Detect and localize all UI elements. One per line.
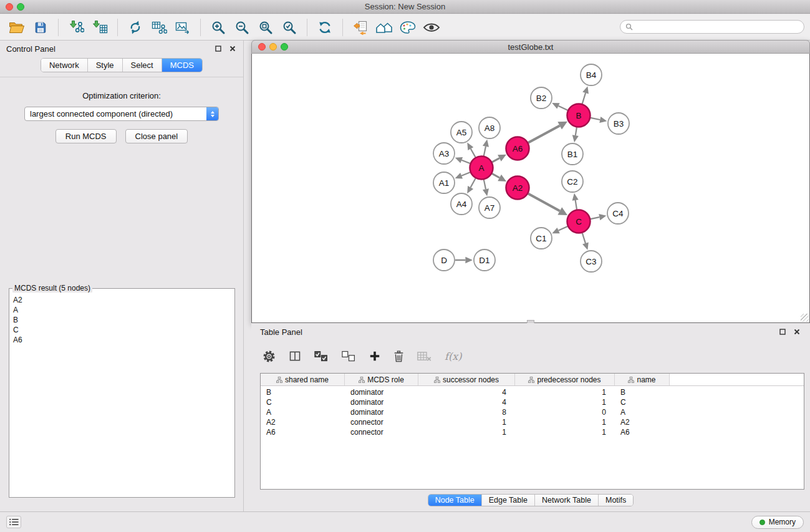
close-window-button[interactable] <box>6 3 13 11</box>
tab-node-table[interactable]: Node Table <box>428 495 482 506</box>
graph-edge-A-A7[interactable] <box>484 180 486 189</box>
table-cell[interactable]: 1 <box>515 428 615 437</box>
graph-node-A7[interactable]: A7 <box>479 197 500 218</box>
select-all-button[interactable] <box>314 351 329 362</box>
table-row[interactable]: Cdominator41C <box>261 397 804 407</box>
graph-node-A1[interactable]: A1 <box>433 172 455 193</box>
mcds-result-item[interactable]: A6 <box>13 335 231 345</box>
graph-node-A6[interactable]: A6 <box>506 137 529 160</box>
optimization-criterion-select[interactable]: largest connected component (directed) <box>24 107 219 121</box>
tab-edge-table[interactable]: Edge Table <box>482 495 535 506</box>
minimize-network-window-button[interactable] <box>269 43 277 51</box>
graph-node-B2[interactable]: B2 <box>531 87 552 109</box>
graph-node-B3[interactable]: B3 <box>608 113 629 134</box>
table-cell[interactable]: 0 <box>515 408 615 417</box>
table-cell[interactable]: 4 <box>418 398 515 407</box>
graph-edge-B-B2[interactable] <box>558 106 567 110</box>
float-table-panel-button[interactable] <box>778 327 787 336</box>
column-header-predecessor-nodes[interactable]: predecessor nodes <box>515 374 615 385</box>
mcds-result-item[interactable]: A2 <box>13 295 231 305</box>
float-panel-button[interactable] <box>214 44 223 53</box>
column-header-shared-name[interactable]: shared name <box>261 374 345 385</box>
table-cell[interactable]: B <box>615 388 670 397</box>
column-header-MCDS-role[interactable]: MCDS role <box>345 374 418 385</box>
column-header-successor-nodes[interactable]: successor nodes <box>418 374 515 385</box>
graph-node-C[interactable]: C <box>567 210 591 233</box>
table-cell[interactable]: A <box>615 408 670 417</box>
zoom-selected-button[interactable] <box>277 17 301 38</box>
show-hide-button[interactable] <box>420 17 443 38</box>
table-cell[interactable]: connector <box>345 418 418 427</box>
graph-edge-B-B4[interactable] <box>582 93 586 104</box>
graph-edge-A-A4[interactable] <box>471 178 476 187</box>
show-columns-button[interactable] <box>289 350 301 362</box>
zoom-network-window-button[interactable] <box>281 43 288 51</box>
graph-node-C1[interactable]: C1 <box>531 228 552 249</box>
tab-network[interactable]: Network <box>41 59 88 72</box>
table-cell[interactable]: 1 <box>418 428 515 437</box>
table-cell[interactable]: dominator <box>345 388 418 397</box>
table-row[interactable]: Adominator80A <box>261 407 804 417</box>
zoom-window-button[interactable] <box>17 3 24 11</box>
session-document-button[interactable] <box>349 17 372 38</box>
memory-button[interactable]: Memory <box>751 516 804 529</box>
network-window-titlebar[interactable]: testGlobe.txt <box>251 40 810 54</box>
table-cell[interactable]: A6 <box>261 428 345 437</box>
network-canvas[interactable]: AA1A2A3A4A5A6A7A8BB1B2B3B4CC1C2C3C4DD1 <box>251 54 810 323</box>
search-input[interactable] <box>635 21 804 32</box>
graph-edge-A-A6[interactable] <box>492 158 499 162</box>
graph-node-B[interactable]: B <box>567 104 591 127</box>
reload-network-button[interactable] <box>123 17 147 38</box>
export-image-button[interactable] <box>171 17 195 38</box>
function-builder-button[interactable]: f(x) <box>445 351 461 362</box>
table-cell[interactable]: connector <box>345 428 418 437</box>
import-network-button[interactable] <box>64 17 88 38</box>
home-button[interactable] <box>372 17 396 38</box>
graph-node-A2[interactable]: A2 <box>506 177 529 200</box>
graph-node-D1[interactable]: D1 <box>474 249 495 271</box>
graph-edge-A-A1[interactable] <box>461 172 470 176</box>
close-network-window-button[interactable] <box>258 43 266 51</box>
close-panel-button[interactable]: Close panel <box>125 129 188 143</box>
graph-edge-C-C4[interactable] <box>591 217 599 219</box>
graph-node-D[interactable]: D <box>433 249 455 271</box>
graph-node-B1[interactable]: B1 <box>562 143 583 165</box>
graph-node-A[interactable]: A <box>470 157 493 180</box>
import-table-button[interactable] <box>88 17 112 38</box>
table-cell[interactable]: 4 <box>418 388 515 397</box>
table-row[interactable]: Bdominator41B <box>261 387 804 397</box>
graph-edge-A-A3[interactable] <box>461 160 470 163</box>
graph-node-C3[interactable]: C3 <box>581 251 602 272</box>
task-history-button[interactable] <box>6 516 21 528</box>
delete-table-button[interactable] <box>417 351 432 362</box>
graph-node-B4[interactable]: B4 <box>581 64 602 85</box>
graph-edge-A2-C[interactable] <box>528 193 560 211</box>
table-cell[interactable]: C <box>261 398 345 407</box>
graph-edge-A-A8[interactable] <box>484 147 486 156</box>
delete-row-button[interactable] <box>393 350 404 363</box>
refresh-view-button[interactable] <box>313 17 337 38</box>
graph-node-C2[interactable]: C2 <box>562 171 583 192</box>
table-cell[interactable]: A <box>261 408 345 417</box>
graph-edge-B-B3[interactable] <box>591 118 600 120</box>
graph-edge-A-A2[interactable] <box>492 173 499 178</box>
table-cell[interactable]: 1 <box>515 388 615 397</box>
table-cell[interactable]: B <box>261 388 345 397</box>
table-cell[interactable]: A6 <box>615 428 670 437</box>
mcds-result-item[interactable]: B <box>13 315 231 325</box>
zoom-in-button[interactable] <box>206 17 230 38</box>
table-cell[interactable]: 8 <box>418 408 515 417</box>
table-settings-button[interactable] <box>263 350 276 363</box>
mcds-result-item[interactable]: C <box>13 325 231 335</box>
close-control-panel-button[interactable] <box>228 44 237 53</box>
graph-node-A3[interactable]: A3 <box>433 143 455 164</box>
table-cell[interactable]: 1 <box>515 418 615 427</box>
table-cell[interactable]: 1 <box>418 418 515 427</box>
tab-network-table[interactable]: Network Table <box>535 495 599 506</box>
style-palette-button[interactable] <box>396 17 420 38</box>
table-cell[interactable]: 1 <box>515 398 615 407</box>
tab-mcds[interactable]: MCDS <box>162 59 202 72</box>
resize-grip[interactable] <box>801 314 809 322</box>
graph-edge-A-A5[interactable] <box>471 148 476 157</box>
table-cell[interactable]: A2 <box>261 418 345 427</box>
